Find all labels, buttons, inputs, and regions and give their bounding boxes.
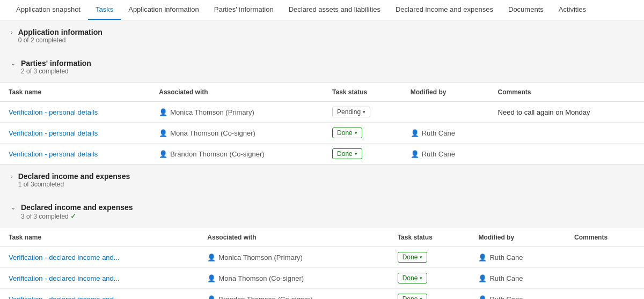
associated-text: Mona Thomson (Co-signer)	[170, 129, 255, 137]
status-badge[interactable]: Pending▾	[332, 107, 370, 117]
col-header-task-name: Task name	[0, 228, 199, 247]
person-icon: 👤	[411, 129, 419, 137]
col-header-task-status: Task status	[324, 83, 402, 102]
status-label: Done	[337, 150, 353, 158]
status-label: Done	[402, 253, 418, 261]
person-icon: 👤	[411, 150, 419, 158]
section-title: Declared income and expenses	[21, 203, 133, 212]
task-name-link[interactable]: Verification - declared income and...	[9, 253, 120, 261]
chevron-down-icon: ▾	[363, 109, 365, 115]
section-title: Declared income and expenses	[18, 172, 130, 181]
section-subtitle: 2 of 3 completed	[21, 68, 91, 75]
table-row: Verification - declared income and...👤Mo…	[0, 247, 644, 268]
chevron-down-icon: ▾	[355, 130, 357, 136]
table-row: Verification - declared income and...👤Br…	[0, 289, 644, 300]
chevron-right-icon: ›	[11, 173, 13, 180]
comments-text	[489, 144, 644, 165]
nav-item-parties--information[interactable]: Parties' information	[207, 0, 281, 20]
main-content: ›Application information0 of 2 completed…	[0, 20, 644, 299]
table-container-parties-info: Task nameAssociated withTask statusModif…	[0, 83, 644, 165]
comments-text	[566, 289, 644, 300]
chevron-right-icon: ›	[11, 29, 13, 35]
task-name-link[interactable]: Verification - declared income and...	[9, 295, 120, 300]
nav-item-tasks[interactable]: Tasks	[88, 0, 121, 20]
section-header-app-info[interactable]: ›Application information0 of 2 completed	[0, 20, 644, 51]
modified-by-text: Ruth Cane	[489, 274, 523, 282]
chevron-down-icon: ▾	[420, 296, 422, 299]
comments-text	[566, 247, 644, 268]
nav-item-application-information[interactable]: Application information	[121, 0, 207, 20]
section-title: Application information	[18, 28, 103, 36]
associated-text: Brandon Thomson (Co-signer)	[170, 150, 264, 158]
chevron-down-icon: ⌄	[11, 60, 16, 67]
modified-by-text: Ruth Cane	[489, 253, 523, 261]
col-header-task-name: Task name	[0, 83, 150, 102]
section-subtitle: 1 of 3completed	[18, 181, 130, 188]
status-label: Pending	[337, 108, 361, 116]
nav-item-activities[interactable]: Activities	[551, 0, 594, 20]
col-header-comments: Comments	[489, 83, 644, 102]
task-name-link[interactable]: Verification - personal details	[9, 108, 98, 116]
task-name-link[interactable]: Verification - declared income and...	[9, 274, 120, 282]
status-label: Done	[402, 274, 418, 282]
task-name-link[interactable]: Verification - personal details	[9, 150, 98, 158]
table-container-declared-income-expanded: Task nameAssociated withTask statusModif…	[0, 228, 644, 299]
col-header-modified-by: Modified by	[402, 83, 489, 102]
chevron-down-icon: ▾	[420, 255, 422, 260]
modified-by-text: Ruth Cane	[422, 150, 455, 158]
checkmark-icon: ✓	[70, 212, 77, 220]
section-header-parties-info[interactable]: ⌄Parties' information2 of 3 completed	[0, 51, 644, 83]
section-title: Parties' information	[21, 59, 91, 68]
person-icon: 👤	[207, 295, 216, 300]
person-icon: 👤	[478, 253, 487, 261]
person-icon: 👤	[478, 274, 487, 282]
col-header-task-status: Task status	[389, 228, 470, 247]
section-subtitle: 0 of 2 completed	[18, 36, 103, 44]
status-badge[interactable]: Done▾	[398, 294, 428, 299]
nav-item-declared-income-and-expenses[interactable]: Declared income and expenses	[388, 0, 501, 20]
task-name-link[interactable]: Verification - personal details	[9, 129, 98, 137]
modified-by-text: Ruth Cane	[422, 129, 455, 137]
modified-by-text: Ruth Cane	[489, 295, 523, 300]
person-icon: 👤	[159, 150, 167, 158]
associated-text: Monica Thomson (Primary)	[218, 253, 303, 261]
associated-text: Mona Thomson (Co-signer)	[218, 274, 304, 282]
person-icon: 👤	[207, 253, 216, 261]
person-icon: 👤	[207, 274, 216, 282]
col-header-comments: Comments	[566, 228, 644, 247]
col-header-associated-with: Associated with	[150, 83, 324, 102]
status-label: Done	[337, 129, 353, 137]
person-icon: 👤	[478, 295, 487, 300]
chevron-down-icon: ▾	[355, 151, 357, 156]
section-subtitle: 3 of 3 completed ✓	[21, 212, 133, 220]
nav-item-declared-assets-and-liabilities[interactable]: Declared assets and liabilities	[281, 0, 388, 20]
status-badge[interactable]: Done▾	[398, 273, 428, 283]
status-badge[interactable]: Done▾	[398, 252, 428, 263]
status-badge[interactable]: Done▾	[332, 128, 362, 138]
task-table-parties-info: Task nameAssociated withTask statusModif…	[0, 83, 644, 164]
section-header-declared-income-expanded[interactable]: ⌄Declared income and expenses3 of 3 comp…	[0, 196, 644, 228]
col-header-associated-with: Associated with	[199, 228, 389, 247]
person-icon: 👤	[159, 129, 167, 137]
nav-item-documents[interactable]: Documents	[501, 0, 551, 20]
table-row: Verification - personal details👤Mona Tho…	[0, 123, 644, 144]
task-table-declared-income-expanded: Task nameAssociated withTask statusModif…	[0, 228, 644, 299]
associated-text: Brandon Thomson (Co-signer)	[218, 295, 312, 300]
chevron-down-icon: ⌄	[11, 204, 16, 211]
col-header-modified-by: Modified by	[470, 228, 566, 247]
comments-text: Need to call again on Monday	[489, 102, 644, 123]
top-nav: Application snapshotTasksApplication inf…	[0, 0, 644, 20]
chevron-down-icon: ▾	[420, 275, 422, 281]
table-row: Verification - personal details👤Brandon …	[0, 144, 644, 165]
nav-item-application-snapshot[interactable]: Application snapshot	[9, 0, 88, 20]
comments-text	[489, 123, 644, 144]
person-icon: 👤	[159, 108, 167, 116]
section-header-declared-income-collapsed[interactable]: ›Declared income and expenses1 of 3compl…	[0, 165, 644, 196]
comments-text	[566, 268, 644, 289]
table-row: Verification - declared income and...👤Mo…	[0, 268, 644, 289]
associated-text: Monica Thomson (Primary)	[170, 108, 254, 116]
status-badge[interactable]: Done▾	[332, 148, 362, 159]
table-row: Verification - personal details👤Monica T…	[0, 102, 644, 123]
status-label: Done	[402, 295, 418, 299]
